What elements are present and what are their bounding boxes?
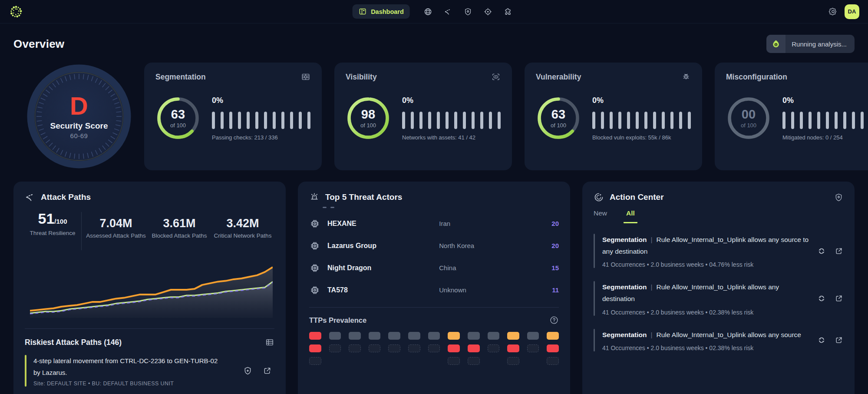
ttp-cell-dashed[interactable] bbox=[388, 344, 400, 352]
remediate-button[interactable] bbox=[817, 247, 826, 255]
sparkline-bar bbox=[653, 112, 656, 129]
ttp-cell-dashed[interactable] bbox=[349, 344, 361, 352]
nav-dashboard-button[interactable]: Dashboard bbox=[352, 4, 410, 19]
ttp-cell-dashed[interactable] bbox=[309, 357, 321, 365]
security-score-gauge[interactable]: D Security Score 60-69 bbox=[26, 63, 132, 170]
threat-actor-row[interactable]: HEXANE Iran 20 bbox=[309, 212, 559, 235]
ttp-cell-dashed[interactable] bbox=[527, 344, 539, 352]
ttp-cell-gray[interactable] bbox=[488, 332, 500, 340]
sparkline-bar bbox=[791, 112, 794, 129]
assessed-paths-label: Assessed Attack Paths bbox=[84, 232, 148, 240]
ttp-cell-red[interactable] bbox=[507, 344, 519, 352]
sparkline-bar bbox=[212, 112, 215, 129]
target-icon bbox=[484, 7, 492, 16]
ttp-cell-red[interactable] bbox=[448, 344, 460, 352]
score-cards-row: Segmentation bbox=[144, 63, 868, 170]
open-risk-item-button[interactable] bbox=[263, 366, 272, 375]
attack-path-branch-icon bbox=[25, 192, 35, 202]
ttp-cell-gray[interactable] bbox=[369, 332, 381, 340]
action-item-separator: | bbox=[650, 283, 652, 291]
ttp-cell-gray[interactable] bbox=[349, 332, 361, 340]
ttp-cell-orange[interactable] bbox=[507, 332, 519, 340]
action-center-title: Action Center bbox=[610, 192, 664, 202]
assessed-paths-stat: 7.04M Assessed Attack Paths bbox=[84, 211, 148, 240]
attack-paths-title: Attack Paths bbox=[41, 192, 91, 202]
ttp-cell-dashed[interactable] bbox=[408, 344, 420, 352]
threat-actor-row[interactable]: Night Dragon China 15 bbox=[309, 257, 559, 279]
threat-actor-origin: North Korea bbox=[439, 242, 539, 249]
globe-nav-button[interactable] bbox=[420, 4, 436, 20]
ttp-cell-gray[interactable] bbox=[468, 332, 480, 340]
sparkline-bar bbox=[221, 112, 224, 129]
sparkline-bar bbox=[402, 112, 405, 129]
ttp-cell-gray[interactable] bbox=[408, 332, 420, 340]
action-item-meta: 41 Occurrences • 2.0 business weeks • 02… bbox=[602, 309, 810, 316]
action-center-shield-button[interactable] bbox=[834, 193, 843, 202]
user-avatar[interactable]: DA bbox=[845, 4, 859, 19]
threat-actor-row[interactable]: Lazarus Group North Korea 20 bbox=[309, 235, 559, 257]
external-link-icon bbox=[835, 336, 843, 344]
action-center-tab[interactable]: New bbox=[594, 209, 607, 222]
ttp-cell-dashed[interactable] bbox=[369, 344, 381, 352]
sparkline-bar bbox=[817, 112, 820, 129]
ttp-cell-dashed[interactable] bbox=[468, 357, 480, 365]
firewall-table-icon bbox=[301, 72, 310, 82]
shield-icon bbox=[464, 7, 472, 16]
ttp-cell-dashed[interactable] bbox=[329, 344, 341, 352]
ttp-cell-gray[interactable] bbox=[388, 332, 400, 340]
ttp-cell-dashed[interactable] bbox=[448, 357, 460, 365]
ttp-cell-dashed[interactable] bbox=[428, 344, 440, 352]
ttp-cell-gray[interactable] bbox=[329, 332, 341, 340]
action-center-tab[interactable]: All bbox=[624, 209, 637, 223]
sparkline-bar bbox=[437, 112, 440, 129]
ttp-cell-dashed[interactable] bbox=[488, 344, 500, 352]
mitigate-button[interactable] bbox=[243, 366, 252, 375]
riskiest-path-item[interactable]: 4-step lateral movement from CTRL-DC-223… bbox=[25, 355, 274, 387]
open-action-item-button[interactable] bbox=[835, 294, 843, 303]
ttp-cell-gray[interactable] bbox=[527, 332, 539, 340]
ttp-cell-dashed[interactable] bbox=[547, 357, 559, 365]
open-action-item-button[interactable] bbox=[835, 247, 843, 255]
threat-actors-list: HEXANE Iran 20 bbox=[309, 212, 559, 301]
threat-actor-row[interactable]: TA578 Unknown 11 bbox=[309, 279, 559, 301]
ttps-help-button[interactable] bbox=[549, 315, 559, 325]
settings-button[interactable] bbox=[828, 7, 838, 16]
ttp-cell-red[interactable] bbox=[309, 332, 321, 340]
action-item[interactable]: Segmentation|Rule Allow_Internal_to_Upli… bbox=[594, 329, 843, 351]
attack-paths-nav-button[interactable] bbox=[440, 4, 456, 20]
threat-actor-chip-icon bbox=[309, 218, 327, 229]
open-action-item-button[interactable] bbox=[835, 336, 843, 344]
ttp-cell-red[interactable] bbox=[309, 344, 321, 352]
table-view-button[interactable] bbox=[265, 338, 274, 347]
score-card[interactable]: Visibility bbox=[334, 63, 512, 170]
action-item-category: Segmentation bbox=[602, 331, 647, 338]
app-logo-icon[interactable] bbox=[9, 4, 23, 19]
sparkline-bar bbox=[411, 112, 414, 129]
action-item[interactable]: Segmentation|Rule Allow_Internal_to_Upli… bbox=[594, 281, 843, 315]
risk-item-line2: by Lazarus. bbox=[33, 367, 236, 378]
sparkline-bar bbox=[601, 112, 604, 129]
sparkline-bar bbox=[419, 112, 422, 129]
score-card[interactable]: Segmentation bbox=[144, 63, 322, 170]
ttp-cell-gray[interactable] bbox=[428, 332, 440, 340]
critical-paths-label: Critical Network Paths bbox=[211, 232, 274, 240]
globe-icon bbox=[424, 7, 432, 16]
score-value: 63 bbox=[551, 108, 565, 121]
ttp-cell-orange[interactable] bbox=[547, 332, 559, 340]
score-card[interactable]: Vulnerability bbox=[525, 63, 702, 170]
action-center-tabs: New All bbox=[594, 209, 843, 223]
score-caption: Networks with assets: 41 / 42 bbox=[402, 134, 501, 141]
panel-divider bbox=[309, 307, 559, 308]
score-card[interactable]: Misconfiguration bbox=[715, 63, 868, 170]
ttp-cell-dashed[interactable] bbox=[507, 357, 519, 365]
target-nav-button[interactable] bbox=[480, 4, 496, 20]
ttp-cell-orange[interactable] bbox=[448, 332, 460, 340]
ttp-cell-red[interactable] bbox=[547, 344, 559, 352]
score-denominator: of 100 bbox=[360, 122, 376, 129]
action-item[interactable]: Segmentation|Rule Allow_Internal_to_Upli… bbox=[594, 234, 843, 268]
ttp-cell-red[interactable] bbox=[468, 344, 480, 352]
integrations-nav-button[interactable] bbox=[500, 4, 516, 20]
shield-nav-button[interactable] bbox=[460, 4, 476, 20]
remediate-button[interactable] bbox=[817, 336, 826, 344]
remediate-button[interactable] bbox=[817, 294, 826, 303]
